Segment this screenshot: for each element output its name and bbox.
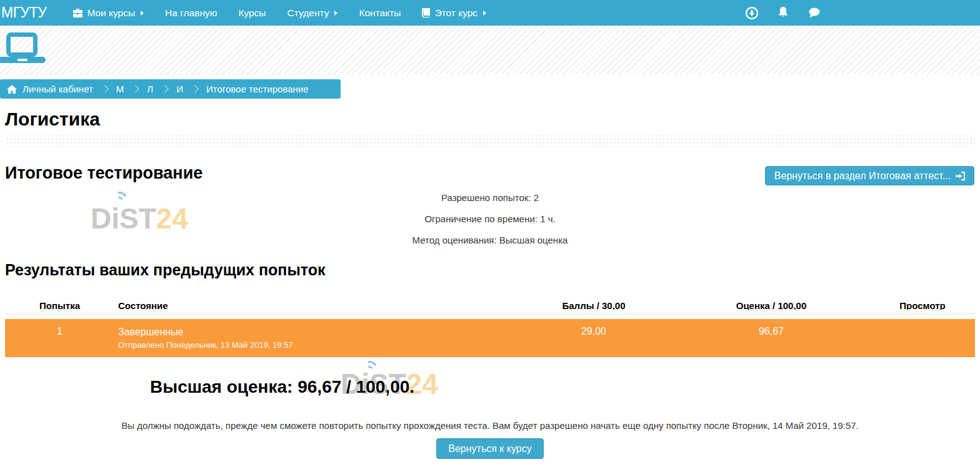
breadcrumb: Личный кабинет М Л И Итоговое тестирован…	[0, 79, 341, 99]
nav-item-my-courses[interactable]: Мои курсы	[62, 0, 154, 26]
nav-item-courses[interactable]: Курсы	[228, 0, 276, 26]
final-grade-section: DiST24 Высшая оценка: 96,67 / 100,00.	[0, 363, 980, 410]
breadcrumb-item-final-test: Итоговое тестирование	[199, 84, 316, 94]
brand-logo[interactable]: МГУТУ	[0, 4, 46, 21]
laptop-logo-icon[interactable]	[0, 26, 50, 64]
results-heading: Результаты ваших предыдущих попыток	[5, 260, 980, 279]
nav-item-contacts[interactable]: Контакты	[348, 0, 411, 26]
course-title: Логистика	[5, 109, 980, 130]
nav-item-label: Контакты	[359, 7, 401, 19]
caret-right-icon	[334, 11, 338, 16]
col-header-review: Просмотр	[870, 300, 975, 310]
col-header-marks: Баллы / 30,00	[515, 300, 672, 310]
col-header-attempt: Попытка	[5, 300, 114, 310]
nav-item-label: На главную	[165, 7, 217, 19]
caret-right-icon	[483, 11, 486, 16]
breadcrumb-item-l[interactable]: Л	[139, 84, 161, 94]
chat-icon[interactable]	[806, 5, 822, 21]
breadcrumb-item-i[interactable]: И	[169, 84, 191, 94]
nav-item-label: Этот курс	[434, 7, 478, 19]
nav-menu: Мои курсы На главную Курсы Студенту Конт…	[62, 0, 497, 26]
home-icon[interactable]	[7, 85, 17, 94]
dotted-divider	[5, 135, 975, 147]
nav-right-icons	[744, 0, 822, 26]
attempts-table: Попытка Состояние Баллы / 30,00 Оценка /…	[5, 297, 975, 357]
header-banner	[0, 26, 980, 75]
book-icon	[422, 8, 430, 17]
sign-in-icon	[956, 172, 965, 180]
bell-icon[interactable]	[775, 5, 791, 21]
dist24-watermark: DiST24	[91, 202, 188, 235]
wifi-arcs-icon	[111, 189, 129, 205]
attempt-submitted-time: Отправлено Понедельник, 13 Май 2019, 19:…	[118, 340, 515, 350]
quiz-info: DiST24 Разрешено попыток: 2 Ограничение …	[0, 190, 980, 248]
breadcrumb-item-m[interactable]: М	[109, 84, 132, 94]
chevron-right-icon	[161, 85, 169, 93]
back-to-section-button[interactable]: Вернуться в раздел Итоговая аттест...	[765, 166, 974, 185]
back-to-course-button[interactable]: Вернуться к курсу	[436, 438, 543, 459]
top-navbar: МГУТУ Мои курсы На главную Курсы Студент…	[0, 0, 980, 26]
briefcase-icon	[73, 9, 82, 17]
quiz-title: Итоговое тестирование	[5, 163, 202, 183]
nav-item-this-course[interactable]: Этот курс	[411, 0, 497, 26]
breadcrumb-item-dashboard[interactable]: Личный кабинет	[18, 84, 101, 94]
attempt-grade-cell: 96,67	[672, 319, 870, 357]
wait-message: Вы должны подождать, прежде чем сможете …	[0, 420, 980, 431]
attempt-number-cell: 1	[5, 319, 114, 357]
nav-item-home[interactable]: На главную	[154, 0, 228, 26]
attempt-state-cell: Завершенные Отправлено Понедельник, 13 М…	[114, 319, 515, 357]
attempt-review-cell	[870, 319, 975, 357]
col-header-grade: Оценка / 100,00	[672, 300, 870, 310]
circle-arrow-down-icon[interactable]	[744, 5, 760, 21]
back-to-section-label: Вернуться в раздел Итоговая аттест...	[774, 170, 951, 182]
nav-item-label: Курсы	[238, 7, 266, 19]
attempt-marks-cell: 29,00	[515, 319, 672, 357]
quiz-results-page: МГУТУ Мои курсы На главную Курсы Студент…	[0, 0, 980, 472]
nav-item-label: Студенту	[288, 7, 329, 19]
table-row-attempt-1: 1 Завершенные Отправлено Понедельник, 13…	[5, 319, 975, 357]
chevron-right-icon	[191, 85, 199, 93]
attempts-table-header: Попытка Состояние Баллы / 30,00 Оценка /…	[5, 297, 975, 314]
quiz-header: Итоговое тестирование Вернуться в раздел…	[0, 163, 980, 183]
attempt-state: Завершенные	[118, 319, 515, 338]
final-grade-line: Высшая оценка: 96,67 / 100,00.	[150, 363, 980, 397]
nav-item-student[interactable]: Студенту	[277, 0, 349, 26]
nav-item-label: Мои курсы	[87, 7, 135, 19]
caret-right-icon	[141, 11, 144, 16]
chevron-right-icon	[101, 85, 109, 93]
col-header-state: Состояние	[114, 300, 515, 310]
chevron-right-icon	[131, 85, 139, 93]
